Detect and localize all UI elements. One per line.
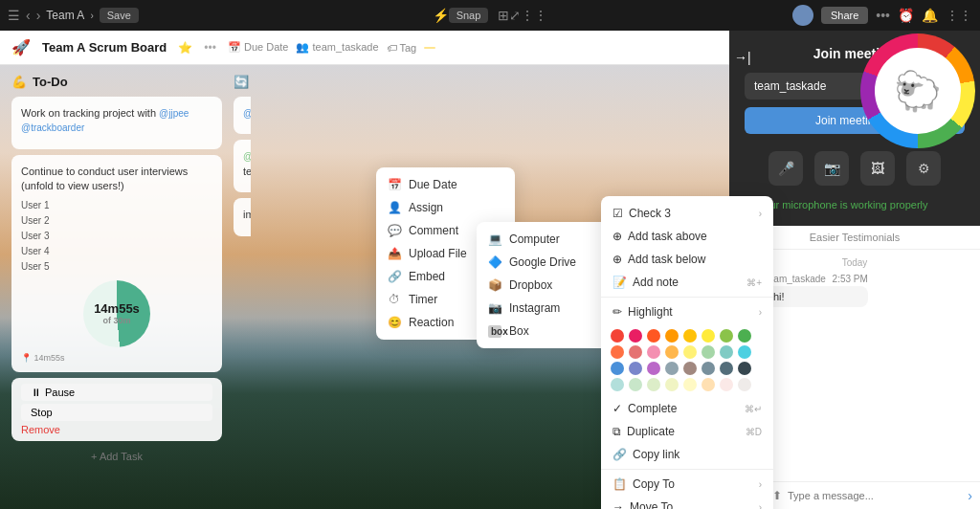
color-dot[interactable] [665,378,679,391]
remove-button[interactable]: Remove [21,424,212,435]
color-dot[interactable] [665,345,679,359]
app-grid-icon[interactable]: ⋮⋮ [946,8,972,23]
color-dot[interactable] [647,378,660,391]
mic-button[interactable]: 🎤 [768,151,803,186]
color-dot[interactable] [683,378,697,391]
color-dot[interactable] [629,329,642,343]
snap-button[interactable]: Snap [449,8,489,23]
color-dot[interactable] [647,362,660,375]
more-dots[interactable]: ••• [204,41,216,55]
color-dot[interactable] [720,378,733,391]
menu-assign[interactable]: 👤 Assign [376,196,515,219]
color-dot[interactable] [611,378,624,391]
settings-button[interactable]: ⚙ [906,151,941,186]
mic-status: Your microphone is working properly [745,199,965,210]
add-below-label: Add task below [628,253,705,266]
color-dot[interactable] [702,362,715,375]
color-dot[interactable] [720,362,733,375]
doing-card2-text: @trackadepeer working on uploading templ… [243,149,251,179]
save-button[interactable]: Save [100,8,139,23]
todo-card-1[interactable]: Work on tracking project with @jjpee @tr… [11,97,222,149]
menu-add-note[interactable]: 📝 Add note ⌘+ [601,271,773,294]
color-dot[interactable] [683,345,697,359]
more-icon[interactable]: ••• [876,8,890,23]
back-icon[interactable]: ‹ [26,8,31,23]
color-dot[interactable] [665,362,679,375]
menu-copy-to[interactable]: 📋 Copy To › [601,473,773,496]
chat-input[interactable] [788,490,962,501]
attachment-icon[interactable]: ⬆ [772,489,782,502]
color-dot[interactable] [647,329,660,343]
menu-check3[interactable]: ☑ Check 3 › [601,202,773,225]
timer-label: Timer [409,293,437,306]
color-dot[interactable] [738,362,751,375]
bell-icon[interactable]: 🔔 [922,8,938,23]
color-dot[interactable] [629,378,642,391]
color-dot[interactable] [665,329,679,343]
todo-column: 💪 To-Do Work on tracking project with @j… [11,75,222,499]
color-dot[interactable] [720,329,733,343]
menu-add-below[interactable]: ⊕ Add task below [601,248,773,271]
color-dot[interactable] [738,378,751,391]
pause-button[interactable]: ⏸ Pause [21,384,212,401]
color-dot[interactable] [702,378,715,391]
pause-label: Pause [45,387,75,398]
add-above-icon: ⊕ [612,230,622,243]
todo-emoji: 💪 [11,75,27,89]
grid-icon[interactable]: ⊞ [498,8,509,23]
color-dot[interactable] [738,329,751,343]
doing-card-1[interactable]: @jjpee working on finalizing project [234,97,251,134]
screen-button[interactable]: 🖼 [860,151,895,186]
avatar-inner: 🐑 [875,48,961,134]
color-dot[interactable] [683,362,697,375]
doing-card-3[interactable]: improve existing content by end of week [234,198,251,235]
color-dot[interactable] [611,329,624,343]
menu-move-to[interactable]: → Move To › [601,496,773,509]
snap-icon[interactable]: ⚡ [433,8,449,23]
color-dot[interactable] [629,345,642,359]
color-dot[interactable] [611,362,624,375]
comment-icon: 💬 [388,224,401,237]
copy-to-icon: 📋 [612,477,627,491]
clock-icon[interactable]: ⏰ [898,8,914,23]
menu-copy-link[interactable]: 🔗 Copy link [601,443,773,466]
doing-add-task[interactable]: + Add Task [234,242,251,261]
dots-icon[interactable]: ⋮⋮ [521,8,547,23]
color-dot[interactable] [683,329,697,343]
menu-icon[interactable]: ☰ [8,8,20,23]
color-dot[interactable] [702,329,715,343]
star-icon[interactable]: ⭐ [178,41,192,55]
highlight-icon: ✏ [612,305,622,319]
todo-add-task[interactable]: + Add Task [11,447,222,466]
chat-send-button[interactable]: › [968,488,972,503]
move-to-label: Move To [630,500,673,509]
menu-duplicate[interactable]: ⧉ Duplicate ⌘D [601,420,773,443]
share-button[interactable]: Share [821,7,868,24]
color-dot[interactable] [738,345,751,359]
forward-icon[interactable]: › [36,8,41,23]
user-avatar[interactable] [792,5,813,26]
assign-label: Assign [409,201,443,214]
menu-add-above[interactable]: ⊕ Add task above [601,225,773,248]
subbar: 🚀 Team A Scrum Board ⭐ ••• 📅 Due Date 👥 … [0,31,729,65]
video-button[interactable]: 📷 [814,151,849,186]
menu-highlight[interactable]: ✏ Highlight › [601,300,773,323]
todo-card-2[interactable]: Continue to conduct user interviews (unf… [11,155,222,372]
color-dot[interactable] [629,362,642,375]
share-icon2[interactable]: ⤢ [509,8,521,23]
mic-status-text: Your microphone is working properly [758,199,928,210]
color-dot[interactable] [611,345,624,359]
menu-due-date[interactable]: 📅 Due Date [376,173,515,196]
reaction-label: Reaction [409,316,454,329]
color-dot[interactable] [647,345,660,359]
color-dot[interactable] [702,345,715,359]
doing-card-2[interactable]: @trackadepeer working on uploading templ… [234,140,251,192]
color-dot[interactable] [720,345,733,359]
todo-card2-text: Continue to conduct user interviews (unf… [21,165,212,194]
todo-title: To-Do [33,75,68,89]
add-note-icon: 📝 [612,276,627,289]
stop-button[interactable]: Stop [21,404,212,421]
timer-value: 14m55s [94,301,140,316]
menu-complete[interactable]: ✓ Complete ⌘↵ [601,397,773,420]
add-note-shortcut: ⌘+ [746,277,762,288]
